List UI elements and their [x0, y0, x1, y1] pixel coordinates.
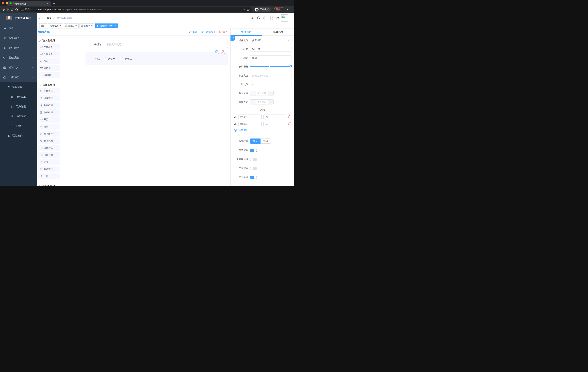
phone-form-item[interactable]: *手机号 — [85, 41, 228, 48]
close-icon[interactable]: ✕ — [75, 25, 77, 27]
sidebar-item-system[interactable]: 系统管理 — [0, 33, 37, 43]
selected-component-gender[interactable]: *性别 选项一 选项二 — [85, 52, 228, 65]
checkbox-option2[interactable] — [121, 57, 123, 60]
avatar[interactable] — [281, 14, 288, 22]
reload-icon[interactable] — [10, 8, 14, 11]
slider-handle[interactable] — [290, 65, 292, 67]
max-select-input[interactable] — [256, 100, 268, 104]
component-single-line-text[interactable]: 单行文本 — [38, 44, 60, 50]
show-label-toggle[interactable] — [250, 149, 257, 152]
close-icon[interactable]: ✕ — [115, 25, 116, 27]
browser-caret-down-icon[interactable] — [287, 9, 288, 10]
tab-component-props[interactable]: 组件属性 — [231, 28, 262, 35]
sidebar-item-devtools[interactable]: 研发工具 — [0, 63, 37, 73]
border-toggle[interactable] — [250, 158, 257, 161]
component-radio-group[interactable]: 单选框组 — [38, 102, 60, 108]
sidebar-item-task-management[interactable]: 任务管理 — [0, 121, 37, 131]
component-switch[interactable]: 开关 — [38, 117, 60, 123]
new-tab-button[interactable]: + — [53, 1, 55, 6]
avatar-caret-down-icon[interactable] — [290, 18, 292, 19]
option1-label-input[interactable] — [238, 114, 262, 119]
option2-value-input[interactable] — [263, 121, 286, 126]
close-icon[interactable]: ✕ — [59, 25, 61, 27]
save-button[interactable]: 保存 — [189, 30, 197, 34]
add-option-button[interactable]: 添加选项 — [234, 128, 292, 132]
component-color-picker[interactable]: 颜色选择 — [38, 166, 60, 172]
component-slider[interactable]: 滑块 — [38, 124, 60, 130]
checkbox-option1[interactable] — [104, 57, 106, 60]
bookmark-star-icon[interactable] — [247, 8, 250, 11]
browser-update-menu-button[interactable]: 更新 — [274, 7, 284, 12]
sidebar-item-leave-query[interactable]: 请假查询 — [0, 131, 37, 141]
tag-process-form-edit[interactable]: 流程表单-编辑✕ — [95, 23, 118, 28]
sidebar-item-process-form[interactable]: 流程表单 — [0, 92, 37, 102]
close-icon[interactable]: ✕ — [91, 25, 93, 27]
component-time-picker[interactable]: 时间选择 — [38, 131, 60, 137]
field-name-input[interactable] — [250, 47, 292, 52]
tab-close-icon[interactable]: ✕ — [47, 2, 49, 5]
minus-button[interactable]: − — [250, 91, 256, 96]
sidebar-item-process-management[interactable]: 流程管理 — [0, 82, 37, 92]
component-rate[interactable]: 评分 — [38, 159, 60, 165]
title-input[interactable] — [250, 55, 292, 60]
help-icon[interactable]: ? — [263, 16, 266, 20]
key-icon[interactable] — [243, 8, 246, 11]
copy-component-button[interactable] — [215, 50, 219, 54]
component-date-picker[interactable]: 日期选择 — [38, 145, 60, 151]
sidebar-item-infrastructure[interactable]: 基础设施 — [0, 53, 37, 63]
label-width-input[interactable] — [250, 73, 292, 78]
sidebar-item-payment[interactable]: ¥ 支付管理 — [0, 43, 37, 53]
breadcrumb-home[interactable]: 首页 — [47, 16, 52, 20]
hamburger-collapse-icon[interactable] — [39, 17, 42, 20]
sidebar-item-home[interactable]: 首页 — [0, 23, 37, 33]
github-icon[interactable] — [257, 16, 260, 20]
remove-option-button[interactable] — [288, 115, 291, 118]
tab-form-props[interactable]: 表单属性 — [262, 28, 294, 35]
option1-value-input[interactable] — [263, 114, 286, 119]
tag-process-definition[interactable]: 流程定义✕ — [48, 23, 63, 28]
remove-option-button[interactable] — [288, 122, 291, 125]
disabled-toggle[interactable] — [250, 167, 257, 170]
component-cascader[interactable]: 级联选择 — [38, 95, 60, 101]
tag-process-form[interactable]: 流程表单✕ — [80, 23, 94, 28]
style-button-button[interactable]: 按钮 — [261, 138, 271, 144]
clear-button[interactable]: 清空 — [219, 30, 227, 34]
min-select-input[interactable] — [256, 91, 268, 96]
close-window-button[interactable] — [2, 2, 4, 4]
plus-button[interactable]: + — [268, 91, 273, 96]
drag-handle-icon[interactable] — [234, 122, 237, 125]
component-editor[interactable]: 编辑器 — [38, 72, 60, 78]
search-icon[interactable] — [250, 16, 254, 20]
sidebar-item-workflow[interactable]: 工作流程 — [0, 73, 37, 82]
option2-label-input[interactable] — [238, 121, 262, 126]
component-multi-line-text[interactable]: 多行文本 — [38, 51, 60, 57]
plus-button[interactable]: + — [268, 100, 273, 104]
required-toggle[interactable] — [250, 176, 257, 179]
component-date-range[interactable]: 日期范围 — [38, 152, 60, 158]
component-password[interactable]: 密码 — [38, 58, 60, 64]
component-type-select[interactable]: 多选框组 — [250, 38, 292, 43]
form-grid-slider[interactable] — [250, 66, 292, 67]
maximize-window-button[interactable] — [10, 2, 12, 4]
delete-component-button[interactable] — [221, 50, 225, 54]
minus-button[interactable]: − — [250, 100, 256, 104]
fullscreen-icon[interactable] — [270, 16, 273, 20]
back-icon[interactable] — [2, 8, 5, 11]
tag-process-model[interactable]: 流程模型✕ — [64, 23, 79, 28]
tag-home[interactable]: 首页 — [39, 23, 47, 28]
sidebar-item-process-model[interactable]: 流程模型 — [0, 111, 37, 121]
component-time-range[interactable]: 时间范围 — [38, 138, 60, 144]
forward-icon[interactable] — [6, 8, 10, 11]
drag-handle-icon[interactable] — [234, 116, 237, 118]
default-value-input[interactable] — [250, 82, 292, 87]
component-counter[interactable]: 123 计数器 — [38, 65, 60, 71]
minimize-window-button[interactable] — [6, 2, 8, 4]
style-default-button[interactable]: 默认 — [250, 138, 261, 144]
phone-input[interactable] — [104, 41, 228, 48]
home-icon[interactable] — [15, 8, 18, 11]
component-upload[interactable]: 上传 — [38, 173, 60, 180]
component-checkbox-group[interactable]: 多选框组 — [38, 109, 60, 116]
font-size-icon[interactable]: тT — [276, 17, 279, 20]
sidebar-logo[interactable]: 芋道管理系统 — [0, 13, 37, 23]
browser-tab[interactable]: 芋道管理系统 ✕ — [7, 1, 51, 6]
